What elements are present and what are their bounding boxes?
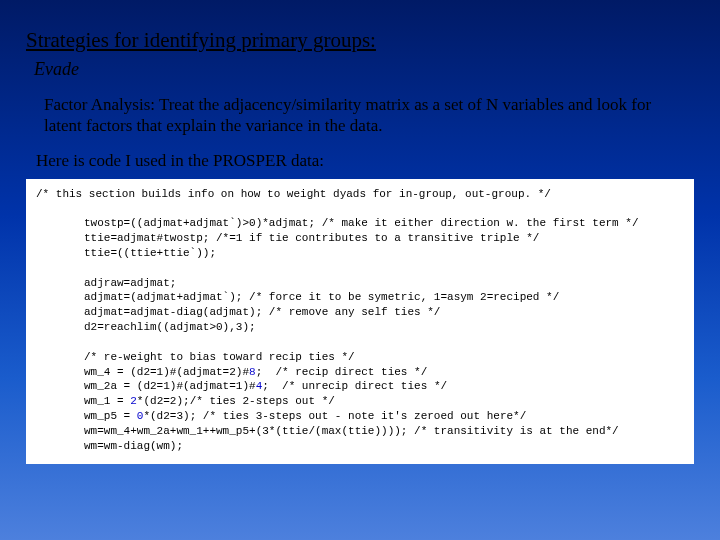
code-line: /* this section builds info on how to we… bbox=[36, 188, 551, 200]
code-line: d2=reachlim((adjmat>0),3); bbox=[84, 321, 256, 333]
slide-subtitle: Evade bbox=[34, 59, 694, 80]
code-line: ttie=adjmat#twostp; /*=1 if tie contribu… bbox=[84, 232, 539, 244]
code-line: /* re-weight to bias toward recip ties *… bbox=[84, 351, 355, 363]
code-line: twostp=((adjmat+adjmat`)>0)*adjmat; /* m… bbox=[84, 217, 639, 229]
slide-title: Strategies for identifying primary group… bbox=[26, 28, 694, 53]
body-text-2: Here is code I used in the PROSPER data: bbox=[36, 151, 682, 171]
code-line: wm_2a = (d2=1)#(adjmat=1)#4; /* unrecip … bbox=[84, 380, 447, 392]
code-line: adjmat=(adjmat+adjmat`); /* force it to … bbox=[84, 291, 559, 303]
code-line: wm=wm-diag(wm); bbox=[84, 440, 183, 452]
slide: Strategies for identifying primary group… bbox=[0, 0, 720, 540]
code-line: wm=wm_4+wm_2a+wm_1++wm_p5+(3*(ttie/(max(… bbox=[84, 425, 619, 437]
code-line: wm_4 = (d2=1)#(adjmat=2)#8; /* recip dir… bbox=[84, 366, 427, 378]
highlighted-value: 2 bbox=[130, 395, 137, 407]
code-line: ttie=((ttie+ttie`)); bbox=[84, 247, 216, 259]
code-line: adjraw=adjmat; bbox=[84, 277, 176, 289]
code-line: adjmat=adjmat-diag(adjmat); /* remove an… bbox=[84, 306, 440, 318]
code-block: /* this section builds info on how to we… bbox=[26, 179, 694, 464]
body-text: Factor Analysis: Treat the adjacency/sim… bbox=[44, 94, 682, 137]
highlighted-value: 8 bbox=[249, 366, 256, 378]
code-line: wm_p5 = 0*(d2=3); /* ties 3-steps out - … bbox=[84, 410, 526, 422]
code-line: wm_1 = 2*(d2=2);/* ties 2-steps out */ bbox=[84, 395, 335, 407]
